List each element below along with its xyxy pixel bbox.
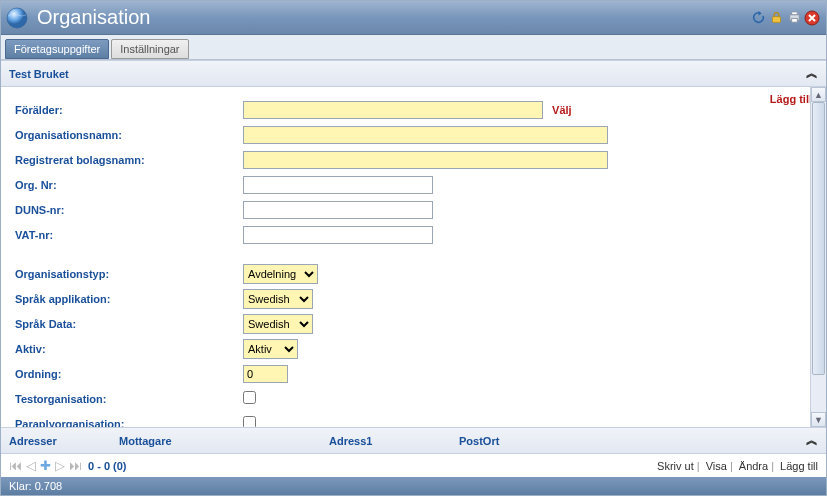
refresh-icon[interactable]	[750, 10, 766, 26]
label-orgno: Org. Nr:	[13, 179, 243, 191]
pager-add-icon[interactable]: ✚	[40, 458, 51, 473]
label-orgname: Organisationsnamn:	[13, 129, 243, 141]
checkbox-umbrella[interactable]	[243, 416, 256, 427]
action-edit[interactable]: Ändra	[739, 460, 768, 472]
pager-row: ⏮ ◁ ✚ ▷ ⏭ 0 - 0 (0) Skriv ut| Visa| Ändr…	[1, 454, 826, 477]
pager-text: 0 - 0 (0)	[88, 460, 127, 472]
tab-company-info[interactable]: Företagsuppgifter	[5, 39, 109, 59]
col-postort: PostOrt	[459, 435, 806, 447]
label-orgtype: Organisationstyp:	[13, 268, 243, 280]
tab-settings[interactable]: Inställningar	[111, 39, 188, 59]
pager-first-icon[interactable]: ⏮	[9, 458, 22, 473]
close-icon[interactable]	[804, 10, 820, 26]
add-link[interactable]: Lägg till	[770, 93, 812, 105]
label-vat: VAT-nr:	[13, 229, 243, 241]
print-icon[interactable]	[786, 10, 802, 26]
label-duns: DUNS-nr:	[13, 204, 243, 216]
svg-rect-4	[791, 18, 797, 22]
checkbox-testorg[interactable]	[243, 391, 256, 404]
form-area: Lägg till Förälder: Välj Organisationsna…	[1, 87, 826, 427]
scroll-thumb[interactable]	[812, 102, 825, 375]
col-addresses: Adresser	[9, 435, 119, 447]
lock-icon[interactable]	[768, 10, 784, 26]
label-langdata: Språk Data:	[13, 318, 243, 330]
status-text: Klar: 0.708	[9, 480, 62, 492]
input-regname[interactable]	[243, 151, 608, 169]
svg-point-0	[7, 8, 27, 28]
label-parent: Förälder:	[13, 104, 243, 116]
action-print[interactable]: Skriv ut	[657, 460, 694, 472]
collapse-icon[interactable]: ︽	[806, 65, 818, 82]
label-langapp: Språk applikation:	[13, 293, 243, 305]
svg-rect-3	[791, 12, 797, 15]
svg-rect-1	[772, 17, 780, 23]
section-title: Test Bruket	[9, 68, 69, 80]
pager-actions: Skriv ut| Visa| Ändra| Lägg till	[657, 460, 818, 472]
pager-prev-icon[interactable]: ◁	[26, 458, 36, 473]
select-active[interactable]: Aktiv	[243, 339, 298, 359]
choose-parent-link[interactable]: Välj	[552, 104, 572, 116]
label-testorg: Testorganisation:	[13, 393, 243, 405]
scroll-down-icon[interactable]: ▼	[811, 412, 826, 427]
action-show[interactable]: Visa	[706, 460, 727, 472]
select-langdata[interactable]: Swedish	[243, 314, 313, 334]
page-title: Organisation	[37, 6, 150, 29]
status-bar: Klar: 0.708	[1, 477, 826, 495]
label-umbrella: Paraplyorganisation:	[13, 418, 243, 428]
input-vat[interactable]	[243, 226, 433, 244]
label-order: Ordning:	[13, 368, 243, 380]
tab-bar: Företagsuppgifter Inställningar	[1, 35, 826, 60]
scrollbar[interactable]: ▲ ▼	[810, 87, 826, 427]
input-orgno[interactable]	[243, 176, 433, 194]
pager-last-icon[interactable]: ⏭	[69, 458, 82, 473]
input-parent[interactable]	[243, 101, 543, 119]
select-orgtype[interactable]: Avdelning	[243, 264, 318, 284]
pager-next-icon[interactable]: ▷	[55, 458, 65, 473]
window: Organisation Företagsuppgifter Inställni…	[0, 0, 827, 496]
col-recipient: Mottagare	[119, 435, 329, 447]
input-orgname[interactable]	[243, 126, 608, 144]
select-langapp[interactable]: Swedish	[243, 289, 313, 309]
globe-icon	[5, 6, 29, 30]
label-active: Aktiv:	[13, 343, 243, 355]
section-header: Test Bruket ︽	[1, 60, 826, 87]
scroll-up-icon[interactable]: ▲	[811, 87, 826, 102]
address-header: Adresser Mottagare Adress1 PostOrt ︽	[1, 427, 826, 454]
titlebar: Organisation	[1, 1, 826, 35]
input-duns[interactable]	[243, 201, 433, 219]
action-add[interactable]: Lägg till	[780, 460, 818, 472]
label-regname: Registrerat bolagsnamn:	[13, 154, 243, 166]
input-order[interactable]	[243, 365, 288, 383]
collapse-address-icon[interactable]: ︽	[806, 432, 818, 449]
col-address1: Adress1	[329, 435, 459, 447]
